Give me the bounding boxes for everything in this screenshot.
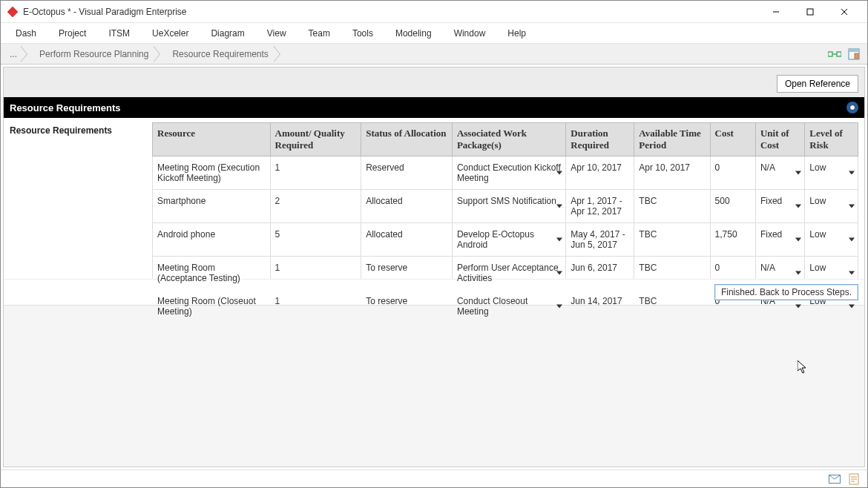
cell-resource[interactable]: Meeting Room (Acceptance Testing) [153,257,271,290]
mail-icon[interactable] [829,473,841,485]
close-button[interactable] [827,1,861,23]
menu-modeling[interactable]: Modeling [388,25,439,42]
th-package[interactable]: Associated Work Package(s) [452,123,565,156]
svg-rect-5 [828,52,832,56]
dropdown-caret-icon[interactable] [849,305,855,309]
cell-amount[interactable]: 1 [270,257,361,290]
cell-status[interactable]: To reserve [361,257,453,290]
svg-rect-10 [855,53,858,59]
cell-package[interactable]: Develop E-Octopus Android [452,223,565,257]
cell-amount[interactable]: 2 [270,190,361,223]
th-status[interactable]: Status of Allocation [361,123,453,156]
finished-button[interactable]: Finished. Back to Process Steps. [714,284,858,300]
cell-available[interactable]: TBC [634,257,710,290]
cell-cost[interactable]: 1,750 [710,223,755,257]
cell-duration[interactable]: Jun 14, 2017 [566,290,634,323]
cell-status[interactable]: Allocated [361,223,453,257]
maximize-button[interactable] [793,1,827,23]
cell-amount[interactable]: 1 [270,156,361,190]
menu-team[interactable]: Team [301,25,338,42]
svg-rect-9 [849,49,859,52]
dropdown-caret-icon[interactable] [795,171,801,175]
cell-resource[interactable]: Smartphone [153,190,271,223]
cell-unit[interactable]: N/A [755,156,804,190]
cell-package[interactable]: Conduct Closeout Meeting [452,290,565,323]
cell-status[interactable]: To reserve [361,290,453,323]
content-frame: Open Reference Resource Requirements Res… [3,67,865,467]
menu-help[interactable]: Help [500,25,533,42]
cell-resource[interactable]: Meeting Room (Closeuot Meeting) [153,290,271,323]
th-resource[interactable]: Resource [153,123,271,156]
cell-duration[interactable]: Apr 10, 2017 [566,156,634,190]
cell-available[interactable]: Apr 10, 2017 [634,156,710,190]
dropdown-caret-icon[interactable] [795,238,801,242]
cell-risk[interactable]: Low [805,156,858,190]
dropdown-caret-icon[interactable] [556,305,562,309]
cell-risk[interactable]: Low [805,223,858,257]
table-row[interactable]: Android phone5AllocatedDevelop E-Octopus… [153,223,858,257]
cell-unit[interactable]: Fixed [755,223,804,257]
dropdown-caret-icon[interactable] [556,171,562,175]
cell-status[interactable]: Reserved [361,156,453,190]
cell-status[interactable]: Allocated [361,190,453,223]
cell-resource[interactable]: Meeting Room (Execution Kickoff Meeting) [153,156,271,190]
app-icon [7,6,19,18]
menu-view[interactable]: View [260,25,294,42]
menubar: Dash Project ITSM UeXceler Diagram View … [1,23,867,44]
cell-available[interactable]: TBC [634,290,710,323]
breadcrumb-item-0[interactable]: Perform Resource Planning [29,46,162,62]
cell-available[interactable]: TBC [634,223,710,257]
cell-cost[interactable]: 0 [710,156,755,190]
table-row[interactable]: Meeting Room (Execution Kickoff Meeting)… [153,156,858,190]
dropdown-caret-icon[interactable] [849,271,855,275]
cell-unit[interactable]: Fixed [755,190,804,223]
menu-project[interactable]: Project [51,25,93,42]
menu-uexceler[interactable]: UeXceler [145,25,196,42]
menu-diagram[interactable]: Diagram [203,25,251,42]
cell-package[interactable]: Perform User Acceptance Activities [452,257,565,290]
cell-amount[interactable]: 5 [270,223,361,257]
dropdown-caret-icon[interactable] [556,238,562,242]
th-duration[interactable]: Duration Required [566,123,634,156]
breadcrumb-item-1[interactable]: Resource Requirements [162,46,281,62]
cell-available[interactable]: TBC [634,190,710,223]
toolbar-diagram-icon[interactable] [827,47,842,62]
th-unit[interactable]: Unit of Cost [755,123,804,156]
th-cost[interactable]: Cost [710,123,755,156]
cell-duration[interactable]: Apr 1, 2017 - Apr 12, 2017 [566,190,634,223]
cell-cost[interactable]: 500 [710,190,755,223]
th-amount[interactable]: Amount/ Quality Required [270,123,361,156]
note-icon[interactable] [848,473,860,485]
target-icon[interactable] [846,102,858,113]
open-reference-button[interactable]: Open Reference [777,75,858,93]
th-available[interactable]: Available Time Period [634,123,710,156]
menu-window[interactable]: Window [447,25,493,42]
table-row[interactable]: Smartphone2AllocatedSupport SMS Notifica… [153,190,858,223]
menu-dash[interactable]: Dash [8,25,44,42]
minimize-button[interactable] [759,1,793,23]
dropdown-caret-icon[interactable] [556,205,562,208]
window-title: E-Octopus * - Visual Paradigm Enterprise [23,7,759,17]
panel-header-title: Resource Requirements [10,102,121,113]
menu-itsm[interactable]: ITSM [101,25,137,42]
cell-amount[interactable]: 1 [270,290,361,323]
th-risk[interactable]: Level of Risk [805,123,858,156]
cell-risk[interactable]: Low [805,190,858,223]
menu-tools[interactable]: Tools [345,25,381,42]
cell-duration[interactable]: Jun 6, 2017 [566,257,634,290]
cell-package[interactable]: Conduct Execution Kickoff Meeting [452,156,565,190]
cell-package[interactable]: Support SMS Notification [452,190,565,223]
dropdown-caret-icon[interactable] [795,271,801,275]
breadcrumb-overflow[interactable]: ... [4,46,29,62]
toolbar-panel-icon[interactable] [846,47,861,62]
dropdown-caret-icon[interactable] [849,205,855,208]
titlebar: E-Octopus * - Visual Paradigm Enterprise [1,1,867,23]
dropdown-caret-icon[interactable] [795,305,801,309]
cell-resource[interactable]: Android phone [153,223,271,257]
cell-duration[interactable]: May 4, 2017 - Jun 5, 2017 [566,223,634,257]
dropdown-caret-icon[interactable] [556,271,562,275]
dropdown-caret-icon[interactable] [849,238,855,242]
svg-rect-2 [807,9,813,15]
dropdown-caret-icon[interactable] [849,171,855,175]
dropdown-caret-icon[interactable] [795,205,801,208]
